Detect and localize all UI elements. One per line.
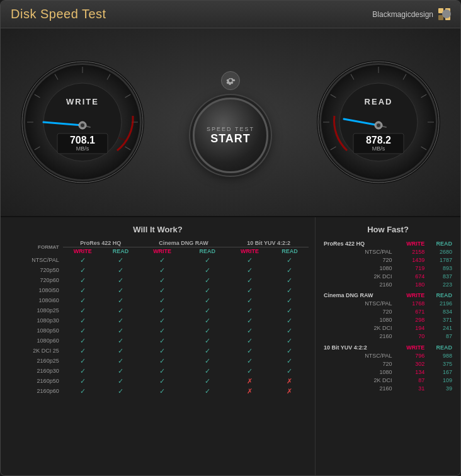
svg-point-17 xyxy=(81,123,84,127)
format-cell: 1080i50 xyxy=(7,285,63,295)
dng-write-header: WRITE xyxy=(139,247,186,256)
hf-read-val: 87 xyxy=(426,332,454,341)
table-row: 1080p50✓✓✓✓✓✓ xyxy=(7,326,309,336)
format-cell: 1080p60 xyxy=(7,336,63,346)
start-button[interactable]: SPEED TEST START xyxy=(193,98,268,173)
app-title: Disk Speed Test xyxy=(11,7,106,21)
check-cell: ✓ xyxy=(229,366,271,376)
cross-cell: ✗ xyxy=(271,386,309,396)
check-cell: ✓ xyxy=(271,255,309,265)
format-cell: 1080p50 xyxy=(7,326,63,336)
hf-read-header: READ xyxy=(426,288,454,300)
will-it-work-table: FORMAT ProRes 422 HQ Cinema DNG RAW 10 B… xyxy=(7,239,309,396)
hf-write-val: 31 xyxy=(396,384,427,392)
check-cell: ✓ xyxy=(139,305,186,315)
hf-row-label: 2K DCI xyxy=(329,376,396,384)
hf-write-val: 70 xyxy=(396,332,427,341)
check-cell: ✓ xyxy=(139,336,186,346)
logo-area: Blackmagicdesign xyxy=(372,8,450,20)
check-cell: ✓ xyxy=(103,295,139,305)
hf-data-row: 1080298371 xyxy=(322,316,454,324)
check-cell: ✓ xyxy=(186,305,229,315)
check-cell: ✓ xyxy=(271,275,309,285)
title-bar: Disk Speed Test Blackmagicdesign xyxy=(1,1,460,28)
check-cell: ✓ xyxy=(63,366,103,376)
format-col-header: FORMAT xyxy=(7,239,63,255)
check-cell: ✓ xyxy=(103,346,139,356)
hf-write-val: 719 xyxy=(396,264,427,272)
check-cell: ✓ xyxy=(103,376,139,386)
hf-data-row: NTSC/PAL796988 xyxy=(322,351,454,360)
hf-row-label: 720 xyxy=(329,308,396,316)
check-cell: ✓ xyxy=(103,356,139,366)
table-row: 2160p25✓✓✓✓✓✓ xyxy=(7,356,309,366)
check-cell: ✓ xyxy=(229,265,271,275)
table-row: 1080p25✓✓✓✓✓✓ xyxy=(7,305,309,315)
check-cell: ✓ xyxy=(103,386,139,396)
table-row: 720p50✓✓✓✓✓✓ xyxy=(7,265,309,275)
hf-write-val: 87 xyxy=(396,376,427,384)
hf-row-label: 2K DCI xyxy=(329,272,396,280)
table-row: 720p60✓✓✓✓✓✓ xyxy=(7,275,309,285)
close-button[interactable] xyxy=(442,9,451,18)
check-cell: ✓ xyxy=(63,376,103,386)
settings-button[interactable] xyxy=(221,71,240,90)
check-cell: ✓ xyxy=(186,356,229,366)
hf-row-label: 1080 xyxy=(329,264,396,272)
check-cell: ✓ xyxy=(139,356,186,366)
hf-data-row: 21603139 xyxy=(322,384,454,392)
hf-read-val: 109 xyxy=(426,376,454,384)
hf-data-row: 21607087 xyxy=(322,332,454,341)
hf-read-val: 375 xyxy=(426,360,454,368)
format-cell: 1080p25 xyxy=(7,305,63,315)
hf-write-header: WRITE xyxy=(396,288,427,300)
table-row: 1080i50✓✓✓✓✓✓ xyxy=(7,285,309,295)
check-cell: ✓ xyxy=(103,315,139,326)
check-cell: ✓ xyxy=(139,265,186,275)
check-cell: ✓ xyxy=(139,275,186,285)
cross-cell: ✗ xyxy=(229,386,271,396)
check-cell: ✓ xyxy=(186,255,229,265)
prores-write-header: WRITE xyxy=(63,247,103,256)
yuv-write-header: WRITE xyxy=(229,247,271,256)
check-cell: ✓ xyxy=(229,315,271,326)
check-cell: ✓ xyxy=(63,315,103,326)
check-cell: ✓ xyxy=(63,326,103,336)
format-cell: 720p60 xyxy=(7,275,63,285)
hf-write-header: WRITE xyxy=(396,341,427,352)
hf-write-val: 180 xyxy=(396,280,427,288)
svg-point-38 xyxy=(377,123,380,127)
hf-section-header: ProRes 422 HQWRITEREAD xyxy=(322,239,454,247)
yuv-header: 10 Bit YUV 4:2:2 xyxy=(229,239,309,247)
read-gauge-container: READ 878.2 MB/s xyxy=(316,59,441,185)
start-button-main-label: START xyxy=(210,132,251,145)
hf-section-name: Cinema DNG RAW xyxy=(322,288,396,300)
hf-write-val: 2158 xyxy=(396,247,427,256)
hf-data-row: 2K DCI194241 xyxy=(322,324,454,332)
hf-row-label: NTSC/PAL xyxy=(329,351,396,360)
hf-write-val: 671 xyxy=(396,308,427,316)
hf-data-row: NTSC/PAL21582680 xyxy=(322,247,454,256)
check-cell: ✓ xyxy=(63,386,103,396)
write-gauge: WRITE 708.1 MB/s xyxy=(20,59,145,185)
check-cell: ✓ xyxy=(271,366,309,376)
hf-data-row: NTSC/PAL17682196 xyxy=(322,300,454,308)
check-cell: ✓ xyxy=(271,336,309,346)
hf-write-val: 134 xyxy=(396,368,427,376)
gauge-section: WRITE 708.1 MB/s xyxy=(1,28,460,217)
check-cell: ✓ xyxy=(229,255,271,265)
table-row: 1080i60✓✓✓✓✓✓ xyxy=(7,295,309,305)
hf-read-val: 2680 xyxy=(426,247,454,256)
format-cell: 2K DCI 25 xyxy=(7,346,63,356)
yuv-read-header: READ xyxy=(271,247,309,256)
prores-header: ProRes 422 HQ xyxy=(63,239,139,247)
hf-section-header: 10 Bit YUV 4:2:2WRITEREAD xyxy=(322,341,454,352)
check-cell: ✓ xyxy=(229,336,271,346)
hf-write-val: 298 xyxy=(396,316,427,324)
hf-read-val: 834 xyxy=(426,308,454,316)
hf-write-val: 1439 xyxy=(396,256,427,264)
how-fast-panel: How Fast? ProRes 422 HQWRITEREADNTSC/PAL… xyxy=(316,217,460,475)
svg-text:WRITE: WRITE xyxy=(66,97,99,106)
hf-data-row: 1080134167 xyxy=(322,368,454,376)
check-cell: ✓ xyxy=(139,255,186,265)
